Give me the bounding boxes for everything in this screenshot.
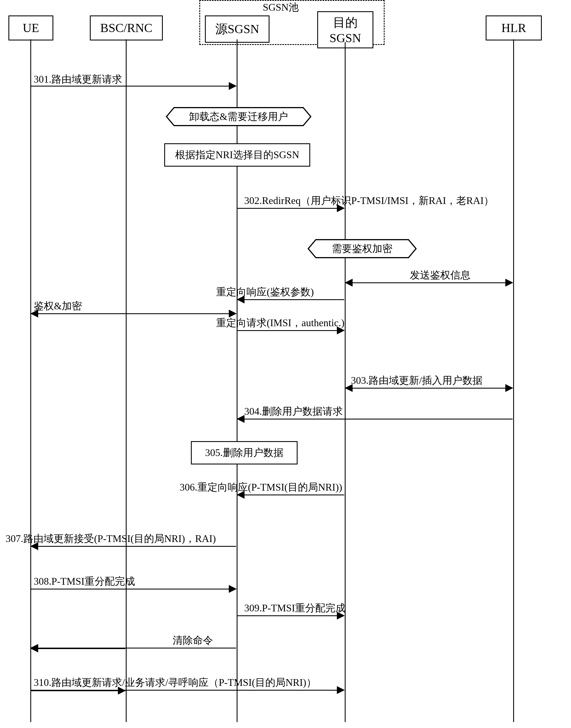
msg-304-arrow [237, 419, 512, 420]
msg-302-label: 302.RedirReq（用户标识P-TMSI/IMSI，新RAI，老RAI） [244, 194, 494, 208]
msg-302-arrow [237, 208, 344, 209]
lifeline-dst-sgsn [345, 42, 346, 722]
msg-clear-cmd-arrow-bsc [31, 648, 125, 649]
msg-clear-cmd-label: 清除命令 [173, 634, 213, 647]
msg-308-arrow [31, 588, 236, 589]
msg-309-label: 309.P-TMSI重分配完成 [244, 601, 346, 615]
msg-auth-enc-label: 鉴权&加密 [34, 299, 82, 313]
condition-auth-needed: 需要鉴权加密 [307, 239, 417, 259]
msg-306-arrow [237, 494, 344, 495]
lifeline-ue [30, 39, 31, 722]
action-305-delete: 305.删除用户数据 [191, 441, 298, 464]
condition-auth-text: 需要鉴权加密 [324, 242, 400, 256]
msg-301-arrow [31, 86, 236, 87]
msg-310-label: 310.路由域更新请求/业务请求/寻呼响应（P-TMSI(目的局NRI)） [34, 676, 316, 690]
action-select-dst: 根据指定NRI选择目的SGSN [164, 143, 310, 167]
msg-auth-enc-arrow [31, 313, 236, 314]
msg-308-label: 308.P-TMSI重分配完成 [34, 574, 135, 588]
lifeline-hlr [513, 39, 514, 722]
msg-303-label: 303.路由域更新/插入用户数据 [351, 374, 482, 387]
participant-src-sgsn: 源SGSN [205, 15, 269, 43]
msg-310-arrow-bsc [31, 690, 125, 691]
participant-bsc-rnc: BSC/RNC [90, 15, 163, 40]
msg-303-arrow [345, 388, 512, 388]
msg-307-arrow [31, 546, 236, 547]
participant-hlr: HLR [486, 15, 542, 40]
msg-redir-resp-auth-arrow [237, 299, 344, 300]
lifeline-bsc [126, 39, 127, 722]
condition-offload-text: 卸载态&需要迁移用户 [181, 110, 296, 124]
msg-309-arrow [237, 615, 344, 616]
msg-304-label: 304.删除用户数据请求 [244, 404, 343, 419]
msg-306-label: 306.重定向响应(P-TMSI(目的局NRI)) [180, 480, 342, 494]
sequence-diagram: SGSN池 UE BSC/RNC 源SGSN 目的 SGSN HLR 301.路… [0, 0, 571, 728]
msg-send-auth-arrow [345, 282, 512, 283]
msg-redir-req-imsi-label: 重定向请求(IMSI，authentic.) [216, 316, 344, 330]
participant-ue: UE [8, 15, 53, 40]
msg-301-label: 301.路由域更新请求 [34, 73, 122, 86]
lifeline-src-sgsn [237, 39, 237, 722]
msg-send-auth-label: 发送鉴权信息 [410, 268, 470, 282]
msg-redir-resp-auth-label: 重定向响应(鉴权参数) [216, 285, 314, 299]
msg-redir-req-imsi-arrow [237, 330, 344, 331]
condition-offload: 卸载态&需要迁移用户 [165, 107, 312, 126]
